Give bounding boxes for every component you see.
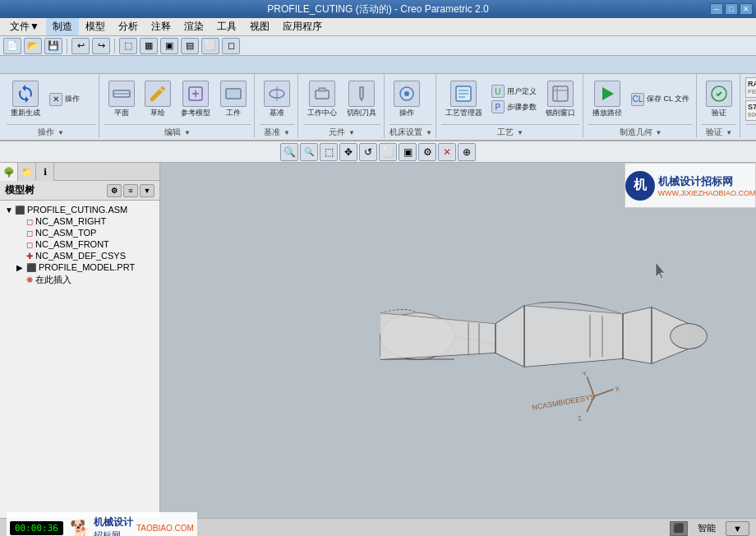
status-smart-dropdown[interactable]: ▼ <box>726 521 749 536</box>
tree-title: 模型树 <box>5 183 35 197</box>
tree-item-right-label: NC_ASM_RIGHT <box>35 216 106 226</box>
btn-sketch[interactable]: 草绘 <box>141 78 175 121</box>
btn-ref-model[interactable]: 参考模型 <box>177 78 214 121</box>
btn-machine-op[interactable]: 操作 <box>390 78 424 121</box>
btn-process-manager[interactable]: 工艺管理器 <box>441 78 486 121</box>
btn-workpiece[interactable]: 工件 <box>216 78 251 121</box>
menu-apps[interactable]: 应用程序 <box>276 18 329 35</box>
machine-op-icon <box>394 81 420 107</box>
tree-item-front[interactable]: ◻ NC_ASM_FRONT <box>2 238 158 250</box>
tree-content: ▼ ⬛ PROFILE_CUTING.ASM ◻ NC_ASM_RIGHT ◻ … <box>0 201 159 518</box>
tree-item-top[interactable]: ◻ NC_ASM_TOP <box>2 227 158 238</box>
mill-window-icon <box>547 81 574 107</box>
quick-access-toolbar: 📄 📂 💾 ↩ ↪ ⬚ ▦ ▣ ▤ ⬜ ◻ <box>0 36 756 56</box>
menu-manufacture[interactable]: 制造 <box>46 18 79 35</box>
tree-settings-btn[interactable]: ⚙ <box>107 184 122 197</box>
qa-btn6[interactable]: ▤ <box>181 38 199 54</box>
btn-workpiece-label: 工件 <box>226 108 241 118</box>
btn-verify-label: 验证 <box>712 108 726 118</box>
title-bar: PROFILE_CUTING (活动的) - Creo Parametric 2… <box>0 0 756 18</box>
output-machine-label: RAPID <box>748 80 756 88</box>
btn-save-cl[interactable]: CL 保存 CL 文件 <box>628 92 693 107</box>
close-button[interactable]: ✕ <box>740 3 753 15</box>
process-manager-icon <box>450 81 477 107</box>
vt-zoom-in[interactable]: 🔍 <box>280 143 298 161</box>
bottom-logo-line1: 机械设计 <box>94 515 133 529</box>
maximize-button[interactable]: □ <box>725 3 738 15</box>
csys-icon: ✚ <box>26 252 33 261</box>
tree-expand-btn[interactable]: ▼ <box>140 184 154 197</box>
main-area: 🌳 📁 ℹ 模型树 ⚙ ≡ ▼ ▼ ⬛ PROFILE_CUTING.ASM ◻ <box>0 163 756 518</box>
panel-tab-folder[interactable]: 📁 <box>18 163 36 181</box>
btn-verify[interactable]: 验证 <box>702 78 736 121</box>
btn-play-path[interactable]: 播放路径 <box>588 78 626 121</box>
qa-btn5[interactable]: ▣ <box>160 38 178 54</box>
step-params-icon: P <box>491 100 505 113</box>
status-right: ⬛ 智能 ▼ <box>670 521 749 536</box>
ribbon-tabs <box>0 56 756 74</box>
qa-btn3[interactable]: ⬚ <box>119 38 137 54</box>
panel-tab-info[interactable]: ℹ <box>36 163 54 181</box>
btn-cutting-tool[interactable]: 切削刀具 <box>343 78 380 121</box>
svg-text:NCASMBIDEESYS: NCASMBIDEESYS <box>531 393 595 412</box>
qa-open[interactable]: 📂 <box>24 38 42 54</box>
qa-save[interactable]: 💾 <box>44 38 62 54</box>
save-cl-icon: CL <box>631 93 644 106</box>
status-smart-mode: 智能 <box>694 522 719 534</box>
tree-item-insert[interactable]: ❋ 在此插入 <box>2 273 158 287</box>
ribbon-group-mfg-geom: 播放路径 CL 保存 CL 文件 制造几何 ▼ <box>585 74 697 138</box>
btn-user-define[interactable]: U 用户定义 <box>488 84 540 99</box>
btn-mill-window[interactable]: 铣削窗口 <box>542 78 579 121</box>
vt-settings[interactable]: ⚙ <box>418 143 436 161</box>
menu-model[interactable]: 模型 <box>79 18 112 35</box>
svg-text:X: X <box>614 385 621 394</box>
tree-menu-btn[interactable]: ≡ <box>123 184 138 197</box>
regenerate-icon <box>12 81 39 107</box>
vt-view1[interactable]: ⬜ <box>379 143 397 161</box>
qa-new[interactable]: 📄 <box>3 38 21 54</box>
ribbon-group-edit-items: 平面 草绘 参考模型 <box>104 76 251 124</box>
vt-view2[interactable]: ▣ <box>399 143 417 161</box>
vt-close[interactable]: ✕ <box>438 143 456 161</box>
vt-extra[interactable]: ⊕ <box>458 143 476 161</box>
model-3d-view[interactable]: X Y Z NCASMBIDEESYS <box>325 179 756 518</box>
btn-plane[interactable]: 平面 <box>104 78 139 121</box>
vt-pan[interactable]: ✥ <box>339 143 357 161</box>
cutting-tool-icon <box>348 81 375 107</box>
btn-op1[interactable]: ✕ 操作 <box>46 92 95 107</box>
output-600x31-label: 600X3.1 <box>748 111 756 118</box>
tree-item-csys[interactable]: ✚ NC_ASM_DEF_CSYS <box>2 250 158 261</box>
mfg-geom-dropdown-arrow: ▼ <box>656 129 662 136</box>
menu-annotation[interactable]: 注释 <box>145 18 177 35</box>
ribbon-group-output-items: RAPID FEDRAT S7000M 600X3.1 CL 到 CL 文件 ▶ <box>745 76 756 124</box>
qa-btn8[interactable]: ◻ <box>222 38 240 54</box>
menu-file[interactable]: 文件▼ <box>3 18 46 35</box>
tree-item-right[interactable]: ◻ NC_ASM_RIGHT <box>2 215 158 227</box>
btn-datum1[interactable]: 基准 <box>260 78 294 121</box>
tree-item-asm[interactable]: ▼ ⬛ PROFILE_CUTING.ASM <box>2 204 158 215</box>
menu-view[interactable]: 视图 <box>243 18 276 35</box>
qa-btn4[interactable]: ▦ <box>140 38 158 54</box>
vt-zoom-fit[interactable]: ⬚ <box>320 143 338 161</box>
menu-tools[interactable]: 工具 <box>210 18 243 35</box>
btn-regenerate[interactable]: 重新生成 <box>7 78 44 121</box>
vt-rotate[interactable]: ↺ <box>359 143 377 161</box>
qa-undo[interactable]: ↩ <box>71 38 90 54</box>
ribbon-group-datum-label: 基准 ▼ <box>260 124 294 138</box>
panel-tab-tree[interactable]: 🌳 <box>0 163 18 181</box>
vt-zoom-out[interactable]: 🔍 <box>300 143 318 161</box>
minimize-button[interactable]: ─ <box>710 3 723 15</box>
btn-step-params-label: 步骤参数 <box>507 102 537 113</box>
qa-btn7[interactable]: ⬜ <box>201 38 219 54</box>
tree-item-prt[interactable]: ▶ ⬛ PROFILE_MODEL.PRT <box>2 261 158 273</box>
btn-op1-label: 操作 <box>65 94 80 104</box>
svg-text:Y: Y <box>581 369 588 378</box>
front-icon: ◻ <box>26 240 33 249</box>
qa-redo[interactable]: ↪ <box>92 38 110 54</box>
menu-analysis[interactable]: 分析 <box>112 18 145 35</box>
btn-step-params[interactable]: P 步骤参数 <box>488 99 540 114</box>
btn-work-center[interactable]: 工作中心 <box>303 78 341 121</box>
plane-icon <box>108 81 135 107</box>
menu-render[interactable]: 渲染 <box>177 18 210 35</box>
status-center-icon[interactable]: ⬛ <box>670 521 688 536</box>
